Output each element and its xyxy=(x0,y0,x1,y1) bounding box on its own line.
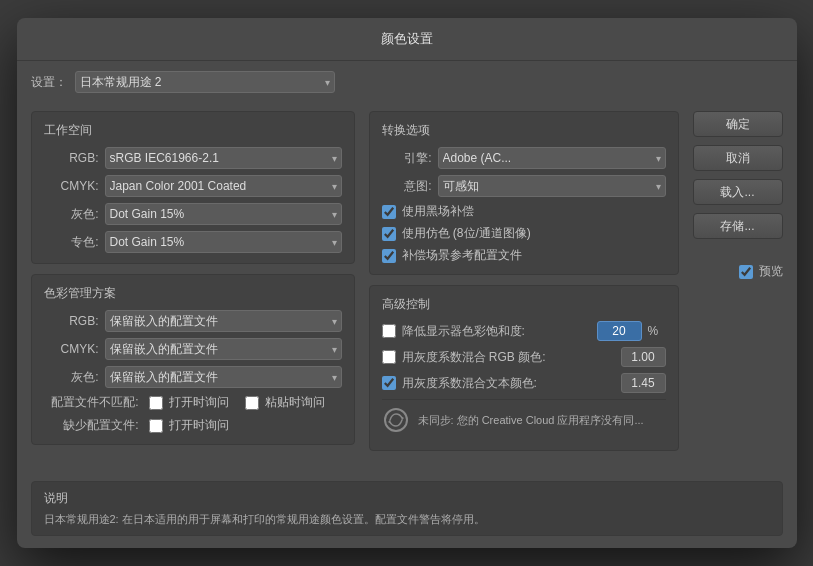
blend-text-row: 用灰度系数混合文本颜色: xyxy=(382,373,666,393)
mismatch-paste-label: 粘贴时询问 xyxy=(265,394,325,411)
mismatch-row: 配置文件不匹配: 打开时询问 粘贴时询问 xyxy=(44,394,342,411)
color-management-title: 色彩管理方案 xyxy=(44,285,342,302)
cmyk-row: CMYK: Japan Color 2001 Coated xyxy=(44,175,342,197)
cm-cmyk-label: CMYK: xyxy=(44,342,99,356)
black-point-label: 使用黑场补偿 xyxy=(402,203,474,220)
advanced-section: 高级控制 降低显示器色彩饱和度: % 用灰度系数混合 RGB 颜色: 用灰度系数… xyxy=(369,285,679,451)
sync-text: 未同步: 您的 Creative Cloud 应用程序没有同... xyxy=(418,413,666,428)
rgb-select[interactable]: sRGB IEC61966-2.1 xyxy=(105,147,342,169)
gray-select-wrapper: Dot Gain 15% xyxy=(105,203,342,225)
missing-open-label: 打开时询问 xyxy=(169,417,229,434)
preview-checkbox[interactable] xyxy=(739,265,753,279)
settings-select[interactable]: 日本常规用途 2 xyxy=(75,71,335,93)
cmyk-select-wrapper: Japan Color 2001 Coated xyxy=(105,175,342,197)
conversion-title: 转换选项 xyxy=(382,122,666,139)
dialog-title: 颜色设置 xyxy=(17,18,797,61)
intent-select[interactable]: 可感知 xyxy=(438,175,666,197)
color-management-section: 色彩管理方案 RGB: 保留嵌入的配置文件 CMYK: 保留嵌入的配置文件 xyxy=(31,274,355,445)
missing-open-checkbox[interactable] xyxy=(149,419,163,433)
description-text: 日本常规用途2: 在日本适用的用于屏幕和打印的常规用途颜色设置。配置文件警告将停… xyxy=(44,511,770,528)
engine-select[interactable]: Adobe (AC... xyxy=(438,147,666,169)
cancel-button[interactable]: 取消 xyxy=(693,145,783,171)
mismatch-open-checkbox[interactable] xyxy=(149,396,163,410)
engine-row: 引擎: Adobe (AC... xyxy=(382,147,666,169)
mismatch-open-row: 打开时询问 xyxy=(149,394,229,411)
cm-rgb-select[interactable]: 保留嵌入的配置文件 xyxy=(105,310,342,332)
missing-row: 缺少配置文件: 打开时询问 xyxy=(44,417,342,434)
color-settings-dialog: 颜色设置 设置： 日本常规用途 2 工作空间 RGB: sRGB IEC6196… xyxy=(17,18,797,548)
black-point-row: 使用黑场补偿 xyxy=(382,203,666,220)
settings-select-wrapper: 日本常规用途 2 xyxy=(75,71,335,93)
cm-rgb-row: RGB: 保留嵌入的配置文件 xyxy=(44,310,342,332)
desaturate-pct: % xyxy=(648,324,666,338)
mismatch-label: 配置文件不匹配: xyxy=(44,394,139,411)
desaturate-checkbox[interactable] xyxy=(382,324,396,338)
desaturate-value[interactable] xyxy=(597,321,642,341)
dither-checkbox[interactable] xyxy=(382,227,396,241)
missing-label: 缺少配置文件: xyxy=(44,417,139,434)
settings-label: 设置： xyxy=(31,74,67,91)
mismatch-paste-checkbox[interactable] xyxy=(245,396,259,410)
load-button[interactable]: 载入... xyxy=(693,179,783,205)
engine-select-wrapper: Adobe (AC... xyxy=(438,147,666,169)
blend-rgb-label: 用灰度系数混合 RGB 颜色: xyxy=(402,349,615,366)
sync-icon xyxy=(382,406,410,434)
black-point-checkbox[interactable] xyxy=(382,205,396,219)
workspace-title: 工作空间 xyxy=(44,122,342,139)
mismatch-open-label: 打开时询问 xyxy=(169,394,229,411)
description-section: 说明 日本常规用途2: 在日本适用的用于屏幕和打印的常规用途颜色设置。配置文件警… xyxy=(31,481,783,537)
compensate-label: 补偿场景参考配置文件 xyxy=(402,247,522,264)
preview-label: 预览 xyxy=(759,263,783,280)
spot-row: 专色: Dot Gain 15% xyxy=(44,231,342,253)
blend-text-value[interactable] xyxy=(621,373,666,393)
cmyk-label: CMYK: xyxy=(44,179,99,193)
blend-rgb-value[interactable] xyxy=(621,347,666,367)
left-panel: 工作空间 RGB: sRGB IEC61966-2.1 CMYK: Japan … xyxy=(31,111,355,469)
sync-row: 未同步: 您的 Creative Cloud 应用程序没有同... xyxy=(382,399,666,440)
rgb-row: RGB: sRGB IEC61966-2.1 xyxy=(44,147,342,169)
desaturate-label: 降低显示器色彩饱和度: xyxy=(402,323,591,340)
ok-button[interactable]: 确定 xyxy=(693,111,783,137)
spot-label: 专色: xyxy=(44,234,99,251)
settings-row: 设置： 日本常规用途 2 xyxy=(17,61,797,99)
cm-cmyk-select-wrapper: 保留嵌入的配置文件 xyxy=(105,338,342,360)
cm-cmyk-select[interactable]: 保留嵌入的配置文件 xyxy=(105,338,342,360)
advanced-title: 高级控制 xyxy=(382,296,666,313)
svg-point-0 xyxy=(385,409,407,431)
preview-row: 预览 xyxy=(693,263,783,280)
dither-row: 使用仿色 (8位/通道图像) xyxy=(382,225,666,242)
missing-open-row: 打开时询问 xyxy=(149,417,229,434)
cm-gray-label: 灰色: xyxy=(44,369,99,386)
rgb-select-wrapper: sRGB IEC61966-2.1 xyxy=(105,147,342,169)
dialog-body: 工作空间 RGB: sRGB IEC61966-2.1 CMYK: Japan … xyxy=(17,99,797,481)
cm-gray-select[interactable]: 保留嵌入的配置文件 xyxy=(105,366,342,388)
rgb-label: RGB: xyxy=(44,151,99,165)
cm-rgb-label: RGB: xyxy=(44,314,99,328)
workspace-section: 工作空间 RGB: sRGB IEC61966-2.1 CMYK: Japan … xyxy=(31,111,355,264)
cm-cmyk-row: CMYK: 保留嵌入的配置文件 xyxy=(44,338,342,360)
desaturate-row: 降低显示器色彩饱和度: % xyxy=(382,321,666,341)
intent-label: 意图: xyxy=(382,178,432,195)
cm-gray-row: 灰色: 保留嵌入的配置文件 xyxy=(44,366,342,388)
blend-rgb-checkbox[interactable] xyxy=(382,350,396,364)
intent-row: 意图: 可感知 xyxy=(382,175,666,197)
conversion-section: 转换选项 引擎: Adobe (AC... 意图: 可感知 xyxy=(369,111,679,275)
cm-gray-select-wrapper: 保留嵌入的配置文件 xyxy=(105,366,342,388)
gray-label: 灰色: xyxy=(44,206,99,223)
blend-text-label: 用灰度系数混合文本颜色: xyxy=(402,375,615,392)
cm-rgb-select-wrapper: 保留嵌入的配置文件 xyxy=(105,310,342,332)
engine-label: 引擎: xyxy=(382,150,432,167)
mismatch-block: 配置文件不匹配: 打开时询问 粘贴时询问 缺少配置文件: xyxy=(44,394,342,434)
cmyk-select[interactable]: Japan Color 2001 Coated xyxy=(105,175,342,197)
save-button[interactable]: 存储... xyxy=(693,213,783,239)
compensate-row: 补偿场景参考配置文件 xyxy=(382,247,666,264)
mismatch-paste-row: 粘贴时询问 xyxy=(245,394,325,411)
right-panel: 转换选项 引擎: Adobe (AC... 意图: 可感知 xyxy=(369,111,679,469)
right-sidebar: 确定 取消 载入... 存储... 预览 xyxy=(693,111,783,469)
spot-select[interactable]: Dot Gain 15% xyxy=(105,231,342,253)
intent-select-wrapper: 可感知 xyxy=(438,175,666,197)
spot-select-wrapper: Dot Gain 15% xyxy=(105,231,342,253)
gray-select[interactable]: Dot Gain 15% xyxy=(105,203,342,225)
compensate-checkbox[interactable] xyxy=(382,249,396,263)
blend-text-checkbox[interactable] xyxy=(382,376,396,390)
